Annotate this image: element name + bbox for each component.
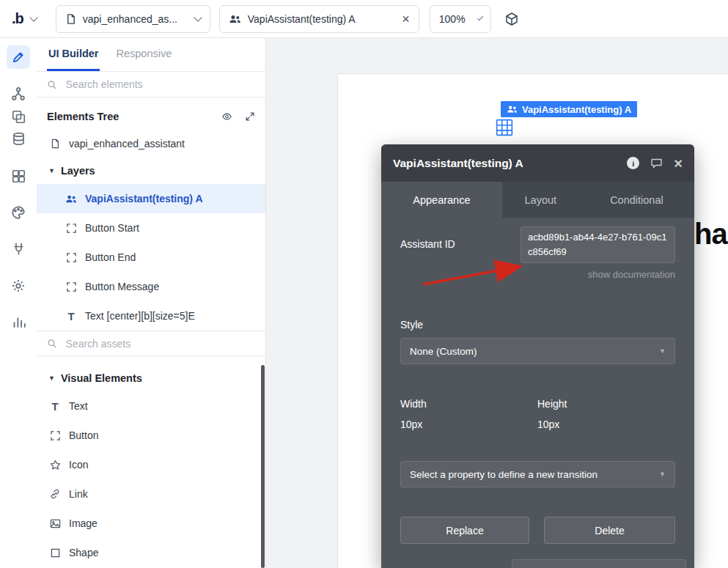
top-toolbar: .b vapi_enhanced_as... VapiAssistant(tes…: [0, 0, 728, 38]
page-icon: [65, 13, 76, 25]
tree-page-item[interactable]: vapi_enhanced_assistant: [37, 130, 265, 158]
plugins-plug-icon[interactable]: [10, 240, 27, 257]
info-icon[interactable]: i: [627, 157, 639, 169]
layers-section-header[interactable]: ▼ Layers: [37, 158, 265, 184]
asset-item-text[interactable]: T Text: [37, 391, 265, 421]
tab-ui-builder[interactable]: UI Builder: [47, 38, 100, 71]
style-label: Style: [400, 319, 423, 331]
layer-item-button-start[interactable]: Button Start: [37, 213, 265, 243]
pages-frames-icon[interactable]: [10, 108, 27, 125]
property-editor-header[interactable]: VapiAssistant(testing) A i ×: [381, 144, 694, 182]
close-icon[interactable]: ×: [674, 156, 683, 171]
expand-icon[interactable]: [245, 111, 255, 122]
partially-visible-control[interactable]: [512, 559, 686, 568]
layer-label: Button Start: [85, 222, 139, 234]
tab-appearance[interactable]: Appearance: [381, 182, 502, 218]
tree-page-label: vapi_enhanced_assistant: [69, 138, 185, 150]
search-elements-input[interactable]: [65, 78, 255, 91]
tab-layout[interactable]: Layout: [502, 182, 579, 218]
layer-item-vapiassistant[interactable]: VapiAssistant(testing) A: [37, 184, 265, 213]
settings-gear-icon[interactable]: [10, 277, 27, 295]
zoom-dropdown[interactable]: 100%: [430, 5, 491, 33]
design-pencil-icon[interactable]: [7, 45, 30, 69]
search-assets-box[interactable]: [37, 331, 265, 356]
elements-tree-header: Elements Tree: [37, 103, 265, 130]
logo-chevron-down-icon[interactable]: [29, 13, 37, 21]
asset-label: Image: [69, 517, 98, 529]
sidebar-scrollbar-thumb[interactable]: [261, 365, 265, 568]
width-value[interactable]: 10px: [400, 418, 422, 430]
bubble-logo[interactable]: .b: [12, 10, 23, 27]
elements-tree-title: Elements Tree: [47, 111, 119, 122]
layer-label: Button End: [85, 251, 136, 263]
workflow-sitemap-icon[interactable]: [10, 85, 27, 103]
transition-dropdown[interactable]: Select a property to define a new transi…: [400, 461, 675, 487]
cube-icon: [504, 12, 519, 26]
tab-conditional[interactable]: Conditional: [579, 182, 694, 218]
selected-element-badge[interactable]: VapiAssistant(testing) A: [501, 101, 637, 117]
asset-label: Link: [69, 488, 88, 500]
tab-responsive[interactable]: Responsive: [114, 38, 173, 71]
image-icon: [48, 518, 62, 529]
asset-item-button[interactable]: Button: [37, 421, 265, 450]
link-icon: [48, 489, 62, 499]
users-icon: [507, 105, 518, 114]
visual-elements-header[interactable]: ▼ Visual Elements: [37, 365, 265, 391]
text-element-icon: T: [65, 310, 78, 322]
style-dropdown-value: None (Custom): [410, 346, 477, 357]
style-dropdown[interactable]: None (Custom) ▼: [400, 338, 675, 364]
asset-item-link[interactable]: Link: [37, 479, 265, 509]
element-tab-close-icon[interactable]: ×: [402, 12, 410, 26]
asset-label: Text: [69, 400, 88, 412]
asset-label: Shape: [69, 547, 98, 558]
assistant-id-label: Assistant ID: [400, 238, 455, 250]
element-tab-label: VapiAssistant(testing) A: [248, 13, 356, 25]
show-documentation-link[interactable]: show documentation: [588, 269, 675, 280]
property-editor-panel: VapiAssistant(testing) A i × Appearance …: [381, 144, 694, 568]
eye-icon[interactable]: [221, 111, 233, 122]
button-element-icon: [65, 253, 78, 262]
button-element-icon: [65, 224, 78, 233]
page-selector-dropdown[interactable]: vapi_enhanced_as...: [56, 5, 210, 33]
palette-icon[interactable]: [10, 204, 27, 221]
asset-label: Icon: [69, 459, 88, 471]
page-icon: [48, 138, 62, 150]
search-icon: [47, 79, 57, 90]
triangle-down-icon: ▼: [48, 167, 55, 174]
dropdown-arrow-icon: ▼: [659, 471, 666, 478]
search-assets-input[interactable]: [65, 337, 255, 350]
star-icon: [48, 460, 62, 471]
styles-swatch-icon[interactable]: [10, 167, 27, 185]
selected-element-badge-label: VapiAssistant(testing) A: [522, 104, 631, 115]
text-element-icon: T: [48, 400, 62, 413]
height-value[interactable]: 10px: [537, 418, 559, 430]
component-library-button[interactable]: [504, 12, 519, 26]
height-label: Height: [537, 398, 567, 410]
data-database-icon[interactable]: [10, 130, 27, 147]
editor-canvas-area: hanced VapiAssistant(testing) A VapiAssi…: [266, 38, 728, 568]
dropdown-arrow-icon: ▼: [659, 347, 666, 355]
vapi-element-grid-icon[interactable]: [496, 119, 513, 139]
replace-button[interactable]: Replace: [400, 517, 529, 544]
element-tab[interactable]: VapiAssistant(testing) A ×: [219, 5, 419, 33]
layer-item-button-message[interactable]: Button Message: [37, 272, 265, 301]
users-icon: [229, 14, 241, 24]
button-element-icon: [65, 282, 78, 292]
asset-item-shape[interactable]: Shape: [37, 538, 265, 567]
logs-chart-icon[interactable]: [10, 313, 27, 331]
assistant-id-input[interactable]: acbd89b1-ab44-4e27-b761-09c1c856cf69: [521, 226, 675, 263]
sidebar-tabs: UI Builder Responsive: [37, 38, 265, 72]
triangle-down-icon: ▼: [48, 375, 55, 382]
asset-item-image[interactable]: Image: [37, 509, 265, 538]
delete-button[interactable]: Delete: [544, 517, 675, 544]
comment-bubble-icon[interactable]: [650, 158, 663, 169]
layer-item-button-end[interactable]: Button End: [37, 243, 265, 272]
property-editor-title: VapiAssistant(testing) A: [393, 157, 523, 170]
width-label: Width: [400, 398, 427, 410]
asset-item-icon[interactable]: Icon: [37, 450, 265, 479]
layer-item-text[interactable]: T Text [center][b][size=5]E: [37, 301, 265, 331]
search-elements-box[interactable]: [37, 72, 265, 97]
users-icon: [65, 194, 78, 204]
page-selector-chevron-down-icon: [194, 13, 202, 21]
search-icon: [47, 338, 57, 349]
